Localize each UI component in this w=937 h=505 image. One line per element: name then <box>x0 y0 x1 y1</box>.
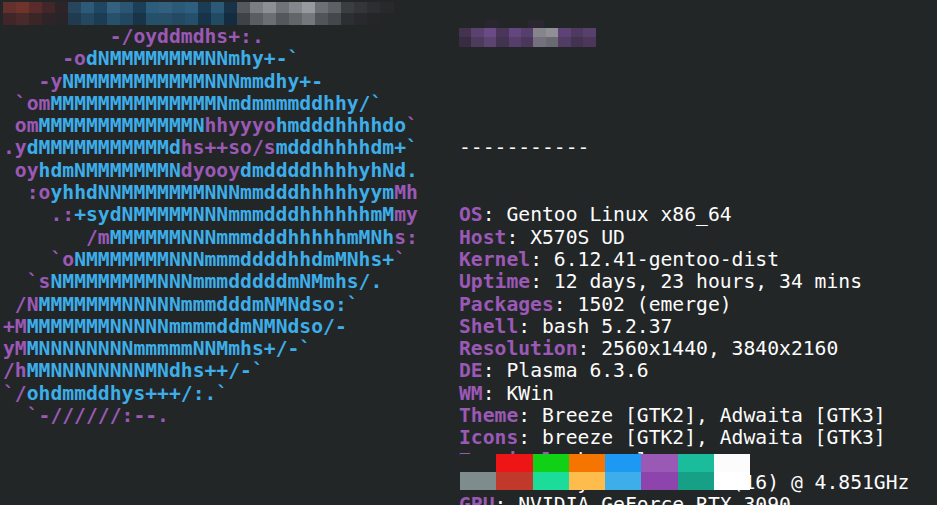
palette-swatch <box>605 454 641 472</box>
info-value: : 1502 (emerge) <box>554 293 732 316</box>
redaction-tile <box>159 2 173 14</box>
palette-swatch <box>496 472 532 490</box>
info-row: OS: Gentoo Linux x86_64 <box>459 204 909 226</box>
info-row: Kernel: 6.12.41-gentoo-dist <box>459 249 909 271</box>
logo-line: `sNMMMMMMMMNNNmmmdddddmNMmhs/. <box>3 271 418 293</box>
redaction-tile <box>107 13 121 25</box>
info-label: Theme <box>459 404 518 427</box>
redaction-tile <box>172 13 186 25</box>
palette-swatch <box>496 454 532 472</box>
redaction-tile <box>133 2 147 14</box>
redaction-tile <box>42 2 56 14</box>
palette-swatch <box>678 472 714 490</box>
redaction-tile <box>81 13 95 25</box>
redaction-tile <box>509 37 522 47</box>
redaction-tile <box>571 37 584 47</box>
redaction-tile <box>3 13 17 25</box>
logo-line: `oNMMMMMMMNNNmmmddddhhdmMNhs+` <box>3 249 418 271</box>
info-value: : bash 5.2.37 <box>518 315 672 338</box>
redaction-tile <box>341 2 355 14</box>
redaction-tile <box>546 37 559 47</box>
logo-line: +MMMMMMMMNNNNNmmmmddmNMNdso/- <box>3 316 418 338</box>
palette-swatch <box>569 472 605 490</box>
ascii-logo: -/oyddmdhs+:. -odNMMMMMMMMNNmhy+-` -yNMM… <box>3 26 418 427</box>
redaction-tile <box>263 2 277 14</box>
logo-line: `omMMMMMMMMMMMMMMNmdmmmmddhhy/` <box>3 93 418 115</box>
logo-line: .ydMMMMMMMMMMMdhs++so/smdddhhhhdm+` <box>3 137 418 159</box>
palette-swatch <box>533 472 569 490</box>
redaction-tile <box>484 37 497 47</box>
redaction-tile <box>81 2 95 14</box>
palette-swatch <box>641 472 677 490</box>
redaction-tile <box>68 2 82 14</box>
redaction-tile <box>146 2 160 14</box>
logo-line: -/oyddmdhs+:. <box>3 26 418 48</box>
redaction-tile <box>133 13 147 25</box>
info-row: Host: X570S UD <box>459 227 909 249</box>
info-row: Icons: breeze [GTK2], Adwaita [GTK3] <box>459 427 909 449</box>
logo-line: /NMMMMMMMNNNNNmmmdddmNMNdso:` <box>3 294 418 316</box>
info-label: WM <box>459 382 483 405</box>
info-value: : Plasma 6.3.6 <box>483 359 649 382</box>
info-label: Packages <box>459 293 554 316</box>
logo-line: `/ohdmmddhys+++/:.` <box>3 383 418 405</box>
redaction-tile <box>224 13 238 25</box>
info-row: DE: Plasma 6.3.6 <box>459 360 909 382</box>
title-redacted-line <box>459 71 909 93</box>
redaction-tile <box>185 13 199 25</box>
info-value: : 2560x1440, 3840x2160 <box>578 337 839 360</box>
info-value: : breeze [GTK2], Adwaita [GTK3] <box>518 426 885 449</box>
logo-line: .:+sydNMMMMMNNNmmmdddhhhhhhmMmy <box>3 204 418 226</box>
redaction-tile <box>558 37 571 47</box>
logo-line: /mMMMMMMNNNmmmdddhhhhhmMNhs: <box>3 227 418 249</box>
redaction-tile <box>289 2 303 14</box>
separator: ----------- <box>459 137 909 159</box>
redaction-tile <box>533 37 546 47</box>
redaction-tile <box>250 2 264 14</box>
redaction-tile <box>198 13 212 25</box>
redaction-tile <box>302 13 316 25</box>
redaction-tile <box>583 37 596 47</box>
info-row: Resolution: 2560x1440, 3840x2160 <box>459 338 909 360</box>
info-value: : 6.12.41-gentoo-dist <box>530 248 779 271</box>
redaction-tile <box>367 2 381 14</box>
terminal-screen[interactable]: -/oyddmdhs+:. -odNMMMMMMMMNNmhy+-` -yNMM… <box>0 0 937 505</box>
redaction-tile <box>237 2 251 14</box>
logo-line: -odNMMMMMMMMNNmhy+-` <box>3 48 418 70</box>
info-label: Host <box>459 226 506 249</box>
redaction-tile <box>211 13 225 25</box>
redaction-tile <box>185 2 199 14</box>
palette-swatch <box>678 454 714 472</box>
logo-line: -yNMMMMMMMMMMMNNNmmdhy+- <box>3 71 418 93</box>
redaction-tile <box>16 13 30 25</box>
redaction-tile <box>29 2 43 14</box>
info-row: Shell: bash 5.2.37 <box>459 316 909 338</box>
info-label: OS <box>459 203 483 226</box>
redaction-tile <box>328 13 342 25</box>
info-row: Uptime: 12 days, 23 hours, 34 mins <box>459 271 909 293</box>
logo-line: /hMMNNNNNNNNMNdhs++/-` <box>3 360 418 382</box>
logo-line: `-//////:--. <box>3 405 418 427</box>
redaction-tile <box>263 13 277 25</box>
palette-swatch <box>641 454 677 472</box>
redaction-tile <box>120 13 134 25</box>
info-label: Shell <box>459 315 518 338</box>
info-label: Resolution <box>459 337 578 360</box>
info-value: : X570S UD <box>506 226 625 249</box>
redaction-tile <box>459 37 472 47</box>
redaction-tile <box>276 13 290 25</box>
info-row: GPU: NVIDIA GeForce RTX 3090 <box>459 494 909 505</box>
info-value: : Breeze [GTK2], Adwaita [GTK3] <box>518 404 885 427</box>
logo-line: oyhdmNMMMMMMMNdyooydmddddhhhhyhNd. <box>3 160 418 182</box>
palette-swatch <box>569 454 605 472</box>
info-label: GPU <box>459 493 495 505</box>
redaction-tile <box>3 2 17 14</box>
redaction-tile <box>94 2 108 14</box>
info-row: WM: KWin <box>459 383 909 405</box>
redaction-tile <box>107 2 121 14</box>
redaction-tile <box>16 2 30 14</box>
redaction-tile <box>146 13 160 25</box>
redaction-tile <box>367 13 381 25</box>
redaction-tile <box>380 2 394 14</box>
redaction-tile <box>68 13 82 25</box>
